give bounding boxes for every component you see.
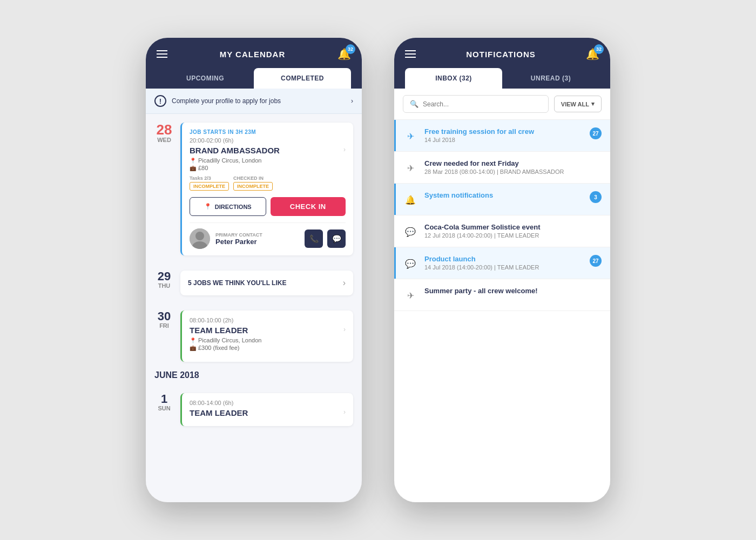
notification-item-2[interactable]: 🔔System notifications3 <box>394 184 610 215</box>
job-card-1: 08:00-14:00 (6h) TEAM LEADER › <box>180 393 353 426</box>
june-header: JUNE 2018 <box>146 362 362 384</box>
job-1-title: TEAM LEADER › <box>190 408 346 417</box>
tab-inbox[interactable]: INBOX (32) <box>405 68 502 89</box>
notif-header: NOTIFICATIONS 🔔 32 INBOX (32) UNREAD (3) <box>394 38 610 89</box>
notif-blue-bar <box>394 247 396 279</box>
day-29-content: 5 JOBS WE THINK YOU'LL LIKE <box>180 271 353 295</box>
notif-content-3: Coca-Cola Summer Solistice event12 Jul 2… <box>424 223 602 239</box>
suggest-arrow-icon <box>343 278 346 288</box>
day-28-name: WED <box>157 137 171 143</box>
alert-text: Complete your profile to apply for jobs <box>172 97 346 105</box>
job-30-pay: 💼 £300 (fixed fee) <box>190 345 346 351</box>
bell-badge: 32 <box>346 44 355 54</box>
view-all-button[interactable]: VIEW ALL ▾ <box>554 96 602 112</box>
job-countdown: JOB STARTS IN 3H 23M <box>190 129 346 135</box>
notif-content-1: Crew needed for next Friday28 Mar 2018 (… <box>424 159 602 175</box>
day-29-section: 29 THU 5 JOBS WE THINK YOU'LL LIKE <box>146 262 362 295</box>
notif-icon: ✈ <box>403 288 418 303</box>
job-title: BRAND AMBASSADOR › <box>190 146 346 155</box>
job-1-time: 08:00-14:00 (6h) <box>190 400 346 406</box>
tasks-status: INCOMPLETE <box>190 182 229 191</box>
tab-unread[interactable]: UNREAD (3) <box>502 68 599 89</box>
tab-upcoming[interactable]: UPCOMING <box>157 68 254 89</box>
tasks-label: Tasks 2/3 <box>190 176 229 181</box>
day-28-label: 28 WED <box>154 123 174 255</box>
notif-blue-bar <box>394 120 396 151</box>
notification-item-0[interactable]: ✈Free training session for all crew14 Ju… <box>394 120 610 152</box>
notif-title: NOTIFICATIONS <box>466 50 536 59</box>
calendar-header-top: MY CALENDAR 🔔 32 <box>157 48 351 68</box>
notification-item-3[interactable]: 💬Coca-Cola Summer Solistice event12 Jul … <box>394 215 610 247</box>
day-1-label: 1 SUN <box>154 393 174 426</box>
notif-sub-4: 14 Jul 2018 (14:00-20:00) | TEAM LEADER <box>424 264 583 271</box>
day-28-section: 28 WED JOB STARTS IN 3H 23M 20:00-02:00 … <box>146 114 362 255</box>
day-28-num: 28 <box>157 123 172 137</box>
calendar-body: ! Complete your profile to apply for job… <box>146 89 362 502</box>
notif-title-1: Crew needed for next Friday <box>424 159 602 167</box>
tab-completed[interactable]: COMPLETED <box>254 68 351 89</box>
tags-row: Tasks 2/3 INCOMPLETE CHECKED IN INCOMPLE… <box>190 176 346 191</box>
day-30-name: FRI <box>159 322 169 329</box>
checkedin-tag-wrap: CHECKED IN INCOMPLETE <box>233 176 273 191</box>
notif-title-4: Product launch <box>424 255 583 263</box>
phone-button[interactable]: 📞 <box>305 230 323 248</box>
contact-avatar <box>190 228 210 249</box>
svg-point-1 <box>195 232 204 240</box>
notif-icon: ✈ <box>403 160 418 176</box>
day-29-label: 29 THU <box>154 271 174 295</box>
directions-button[interactable]: 📍 DIRECTIONS <box>190 197 266 216</box>
checkedin-label: CHECKED IN <box>233 176 273 181</box>
notif-icon: 💬 <box>403 256 418 271</box>
notif-content-0: Free training session for all crew14 Jul… <box>424 127 583 143</box>
search-icon: 🔍 <box>410 100 418 108</box>
notif-content-2: System notifications <box>424 191 583 200</box>
notif-bell-button[interactable]: 🔔 32 <box>586 48 599 60</box>
contact-info: PRIMARY CONTACT Peter Parker <box>215 232 299 246</box>
search-row: 🔍 VIEW ALL ▾ <box>394 89 610 120</box>
suggest-row[interactable]: 5 JOBS WE THINK YOU'LL LIKE <box>180 271 353 295</box>
calendar-phone: MY CALENDAR 🔔 32 UPCOMING COMPLETED ! Co… <box>146 38 362 502</box>
alert-arrow-icon: › <box>351 97 353 105</box>
location-icon: 📍 <box>204 203 212 210</box>
notif-badge-4: 27 <box>590 255 602 267</box>
contact-row: PRIMARY CONTACT Peter Parker 📞 💬 <box>190 222 346 249</box>
notif-sub-0: 14 Jul 2018 <box>424 137 583 143</box>
job-time: 20:00-02:00 (6h) <box>190 137 346 144</box>
notif-title-0: Free training session for all crew <box>424 127 583 136</box>
notif-title-5: Summer party - all crew welcome! <box>424 287 602 295</box>
action-row: 📍 DIRECTIONS CHECK IN <box>190 197 346 216</box>
contact-buttons: 📞 💬 <box>305 230 346 248</box>
checkin-button[interactable]: CHECK IN <box>271 197 346 216</box>
search-input[interactable] <box>423 100 542 108</box>
day-29-num: 29 <box>158 271 171 282</box>
job-card-28-inner: JOB STARTS IN 3H 23M 20:00-02:00 (6h) BR… <box>182 123 353 255</box>
job-30-title: TEAM LEADER › <box>190 326 346 335</box>
notification-item-1[interactable]: ✈Crew needed for next Friday28 Mar 2018 … <box>394 152 610 184</box>
notification-list: ✈Free training session for all crew14 Ju… <box>394 120 610 311</box>
day-1-num: 1 <box>161 393 167 405</box>
notification-item-5[interactable]: ✈Summer party - all crew welcome! <box>394 279 610 311</box>
dropdown-icon: ▾ <box>591 100 595 107</box>
hamburger-icon[interactable] <box>157 50 167 58</box>
notif-sub-1: 28 Mar 2018 (08:00-14:00) | BRAND AMBASS… <box>424 168 602 175</box>
notif-blue-bar <box>394 184 396 215</box>
notif-hamburger-icon[interactable] <box>405 50 416 58</box>
notif-title-2: System notifications <box>424 191 583 199</box>
suggest-text: 5 JOBS WE THINK YOU'LL LIKE <box>188 279 339 287</box>
alert-icon: ! <box>154 95 166 107</box>
alert-bar[interactable]: ! Complete your profile to apply for job… <box>146 89 362 114</box>
notif-icon: ✈ <box>403 129 418 144</box>
contact-name: Peter Parker <box>215 238 299 246</box>
day-29-name: THU <box>158 282 171 289</box>
notification-item-4[interactable]: 💬Product launch14 Jul 2018 (14:00-20:00)… <box>394 247 610 279</box>
message-button[interactable]: 💬 <box>327 230 346 248</box>
notif-content-5: Summer party - all crew welcome! <box>424 287 602 296</box>
notif-tabs: INBOX (32) UNREAD (3) <box>405 68 599 89</box>
day-1-section: 1 SUN 08:00-14:00 (6h) TEAM LEADER › <box>146 384 362 426</box>
bell-button[interactable]: 🔔 32 <box>338 48 351 60</box>
day-1-content: 08:00-14:00 (6h) TEAM LEADER › <box>180 393 353 426</box>
job-30-time: 08:00-10:00 (2h) <box>190 317 346 323</box>
day-30-label: 30 FRI <box>154 310 174 362</box>
day-30-section: 30 FRI 08:00-10:00 (2h) TEAM LEADER › 📍 … <box>146 302 362 362</box>
notif-body: 🔍 VIEW ALL ▾ ✈Free training session for … <box>394 89 610 502</box>
